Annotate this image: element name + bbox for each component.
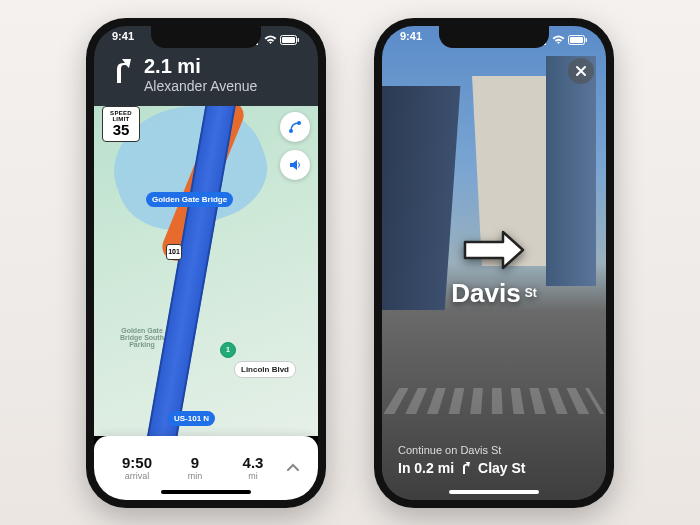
home-indicator[interactable] (449, 490, 539, 494)
screen-left: 9:41 2.1 mi Alexander Avenue (94, 26, 318, 500)
nav-street: Alexander Avenue (144, 78, 257, 94)
svg-rect-14 (570, 37, 583, 43)
status-time: 9:41 (400, 30, 422, 50)
map-area[interactable]: SPEED LIMIT 35 Golden Gate Bridge Lincol… (94, 96, 318, 436)
ar-next-distance: In 0.2 mi (398, 460, 454, 476)
map-label-us101[interactable]: US-101 N (168, 411, 215, 426)
ar-street-label: Davis St (451, 278, 536, 309)
eta-dist-label: mi (224, 471, 282, 481)
svg-rect-15 (586, 38, 588, 42)
ar-next-step: In 0.2 mi Clay St (398, 460, 590, 476)
highway-shield-1: 1 (220, 342, 236, 358)
wifi-icon (264, 35, 277, 45)
crosswalk (384, 388, 605, 414)
ar-footer: Continue on Davis St In 0.2 mi Clay St (398, 444, 590, 476)
route-options-button[interactable] (280, 112, 310, 142)
ar-turn-right-arrow (459, 226, 529, 278)
route-icon (287, 119, 303, 135)
map-label-ggb[interactable]: Golden Gate Bridge (146, 192, 233, 207)
speed-limit-label: SPEED LIMIT (105, 110, 137, 122)
close-icon (575, 65, 587, 77)
eta-arrival: 9:50 arrival (108, 454, 166, 481)
ar-next-street: Clay St (478, 460, 525, 476)
eta-dist-value: 4.3 (224, 454, 282, 471)
battery-icon (280, 35, 300, 45)
phone-ar-walking: 9:41 Davis St (374, 18, 614, 508)
ar-street-suffix: St (525, 286, 537, 300)
building (546, 56, 596, 286)
turn-right-icon (460, 461, 472, 475)
eta-time-label: min (166, 471, 224, 481)
highway-shield-101: 101 (166, 244, 182, 260)
speed-limit-sign: SPEED LIMIT 35 (102, 106, 140, 142)
svg-rect-5 (282, 37, 295, 43)
nav-distance: 2.1 mi (144, 56, 257, 76)
turn-right-icon (108, 56, 134, 86)
speaker-icon (288, 158, 302, 172)
speed-limit-value: 35 (105, 122, 137, 137)
eta-time-value: 9 (166, 454, 224, 471)
map-poi-parking: Golden Gate Bridge South Parking (112, 327, 172, 348)
svg-rect-6 (298, 38, 300, 42)
eta-arrival-value: 9:50 (108, 454, 166, 471)
ar-camera-view[interactable]: Davis St Continue on Davis St In 0.2 mi … (382, 26, 606, 500)
notch (151, 26, 261, 48)
wifi-icon (552, 35, 565, 45)
eta-arrival-label: arrival (108, 471, 166, 481)
ar-continue-text: Continue on Davis St (398, 444, 590, 456)
eta-dist: 4.3 mi (224, 454, 282, 481)
phone-maps-nav: 9:41 2.1 mi Alexander Avenue (86, 18, 326, 508)
screen-right: 9:41 Davis St (382, 26, 606, 500)
ar-street-name: Davis (451, 278, 520, 309)
audio-button[interactable] (280, 150, 310, 180)
map-label-lincoln[interactable]: Lincoln Blvd (234, 361, 296, 378)
notch (439, 26, 549, 48)
nav-text: 2.1 mi Alexander Avenue (144, 56, 257, 94)
status-time: 9:41 (112, 30, 134, 50)
eta-time: 9 min (166, 454, 224, 481)
home-indicator[interactable] (161, 490, 251, 494)
close-button[interactable] (568, 58, 594, 84)
building (382, 86, 460, 326)
battery-icon (568, 35, 588, 45)
chevron-up-icon (286, 463, 300, 473)
expand-button[interactable] (282, 457, 304, 479)
